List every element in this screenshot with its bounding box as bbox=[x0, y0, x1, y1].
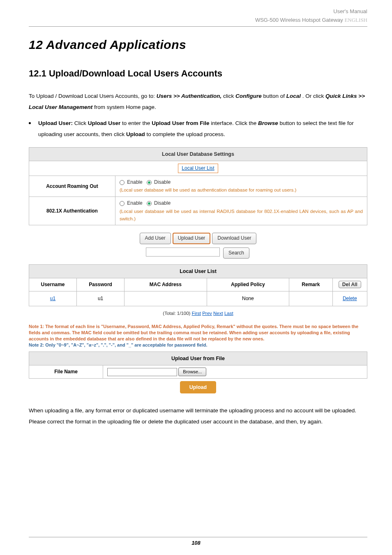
upload-submit-button[interactable]: Upload bbox=[180, 381, 216, 393]
intro-local: Local bbox=[286, 93, 301, 99]
settings-table: Local User Database Settings Local User … bbox=[29, 147, 367, 226]
intro-text: To Upload / Download Local Users Account… bbox=[29, 93, 157, 99]
table-row: u1 u1 None Delete bbox=[29, 291, 367, 306]
radio-disable-label: Disable bbox=[154, 200, 171, 206]
row-policy: None bbox=[207, 291, 289, 306]
section-title: 12.1 Upload/Download Local Users Account… bbox=[29, 66, 367, 81]
add-user-button[interactable]: Add User bbox=[140, 233, 171, 244]
del-all-button[interactable]: Del All bbox=[339, 281, 361, 288]
note-1: Note 1: The format of each line is "User… bbox=[29, 324, 367, 342]
intro-text: button of bbox=[263, 93, 286, 99]
bullet-b: Browse bbox=[258, 120, 278, 126]
col-remark: Remark bbox=[289, 278, 333, 291]
row-password: u1 bbox=[77, 291, 125, 306]
search-button[interactable]: Search bbox=[223, 247, 249, 259]
row-username-link[interactable]: u1 bbox=[50, 296, 55, 301]
bullet-t: to enter the bbox=[122, 120, 152, 126]
search-bar: Search bbox=[29, 247, 367, 259]
page-number: 108 bbox=[191, 540, 201, 546]
radio-enable-label: Enable bbox=[127, 200, 142, 206]
note-2: Note 2: Only "0~9", "A~Z", "a~z", ".", "… bbox=[29, 342, 367, 348]
local-user-list-table: Local User List Username Password MAC Ad… bbox=[29, 264, 367, 306]
intro-text: click bbox=[223, 93, 235, 99]
bullet-text: Upload User: Click Upload User to enter … bbox=[38, 118, 367, 140]
roaming-help: (Local user database will be used as aut… bbox=[120, 187, 296, 192]
bullet-item: Upload User: Click Upload User to enter … bbox=[29, 118, 367, 140]
header-lang: ENGLISH bbox=[344, 17, 367, 23]
list-title: Local User List bbox=[29, 264, 367, 278]
col-mac: MAC Address bbox=[125, 278, 207, 291]
search-input[interactable] bbox=[146, 247, 220, 257]
local-user-list-link[interactable]: Local User List bbox=[178, 164, 218, 173]
row-remark bbox=[289, 291, 333, 306]
bullet-b: Upload User from File bbox=[152, 120, 209, 126]
upload-user-button[interactable]: Upload User bbox=[173, 233, 211, 244]
radio-disable[interactable] bbox=[147, 201, 152, 206]
button-bar: Add User Upload User Download User bbox=[29, 233, 367, 244]
radio-enable-label: Enable bbox=[127, 179, 142, 185]
pager-last[interactable]: Last bbox=[224, 311, 233, 316]
pager-prev[interactable]: Prev bbox=[202, 311, 212, 316]
settings-title: Local User Database Settings bbox=[29, 147, 367, 161]
header-line1: User's Manual bbox=[29, 7, 367, 16]
browse-button[interactable]: Browse... bbox=[178, 368, 206, 377]
row-label-roaming: Account Roaming Out bbox=[29, 176, 115, 197]
row-label-8021x: 802.1X Authentication bbox=[29, 197, 115, 225]
col-policy: Applied Policy bbox=[207, 278, 289, 291]
page-header: User's Manual WSG-500 Wireless Hotspot G… bbox=[29, 7, 367, 27]
file-input[interactable] bbox=[107, 368, 177, 376]
radio-disable-label: Disable bbox=[154, 179, 171, 185]
chapter-title: 12 Advanced Applications bbox=[29, 35, 367, 55]
notes: Note 1: The format of each line is "User… bbox=[29, 324, 367, 348]
pager-total: (Total: 1/100) bbox=[163, 311, 191, 316]
header-line2: WSG-500 Wireless Hotspot Gateway ENGLISH bbox=[29, 16, 367, 25]
bullet-lead: Upload User: bbox=[38, 120, 73, 126]
pager-next[interactable]: Next bbox=[213, 311, 223, 316]
row-delete-link[interactable]: Delete bbox=[343, 296, 357, 301]
upload-title: Upload User from File bbox=[29, 352, 367, 365]
radio-enable[interactable] bbox=[120, 201, 125, 206]
bullet-t: interface. Click the bbox=[211, 120, 258, 126]
bullet-b: Upload bbox=[126, 131, 145, 137]
bullet-icon bbox=[29, 122, 31, 124]
closing-paragraph: When uploading a file, any format error … bbox=[29, 405, 367, 427]
bullet-b: Upload User bbox=[88, 120, 121, 126]
intro-text: . Or click bbox=[302, 93, 325, 99]
intro-configure: Configure bbox=[235, 93, 262, 99]
bullet-t: to complete the upload process. bbox=[146, 131, 225, 137]
intro-paragraph: To Upload / Download Local Users Account… bbox=[29, 90, 367, 113]
intro-text: from system Home page. bbox=[94, 104, 156, 110]
8021x-help: (Local user database will be used as int… bbox=[120, 208, 363, 223]
pager-first[interactable]: First bbox=[192, 311, 201, 316]
pager: (Total: 1/100) First Prev Next Last bbox=[29, 310, 367, 317]
intro-path1: Users >> Authentication, bbox=[157, 93, 222, 99]
download-user-button[interactable]: Download User bbox=[212, 233, 256, 244]
header-product: WSG-500 Wireless Hotspot Gateway bbox=[255, 17, 344, 23]
radio-enable[interactable] bbox=[120, 180, 125, 185]
upload-table: Upload User from File File Name Browse..… bbox=[29, 352, 367, 379]
col-username: Username bbox=[29, 278, 77, 291]
col-password: Password bbox=[77, 278, 125, 291]
page-footer: 108 bbox=[0, 537, 392, 548]
radio-disable[interactable] bbox=[147, 180, 152, 185]
bullet-t: Click bbox=[74, 120, 88, 126]
file-name-label: File Name bbox=[29, 365, 103, 379]
row-mac bbox=[125, 291, 207, 306]
